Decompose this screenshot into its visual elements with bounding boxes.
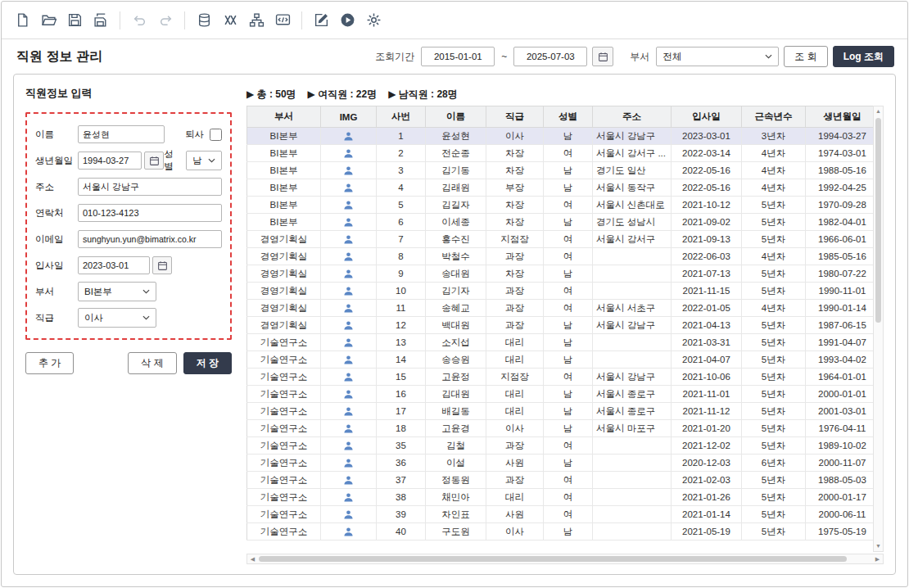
table-cell[interactable]: 2021-03-31: [672, 334, 742, 351]
table-cell[interactable]: 8: [377, 248, 426, 265]
table-cell[interactable]: 3: [377, 162, 426, 179]
dept-select[interactable]: BI본부: [78, 282, 156, 301]
hire-calendar-button[interactable]: [152, 256, 172, 274]
table-cell[interactable]: 2000-01-17: [806, 489, 880, 506]
person-icon[interactable]: [321, 283, 377, 300]
table-cell[interactable]: 대리: [486, 351, 544, 369]
table-cell[interactable]: 여: [544, 197, 593, 214]
table-row[interactable]: BI본부6이세종차장남경기도 성남시2021-09-025년차1982-04-0…: [247, 214, 880, 231]
contact-field[interactable]: [78, 204, 222, 222]
table-cell[interactable]: 기술연구소: [247, 472, 321, 489]
table-cell[interactable]: 남: [544, 386, 593, 403]
person-icon[interactable]: [321, 420, 377, 437]
table-cell[interactable]: 남: [544, 162, 593, 179]
table-cell[interactable]: 5년차: [742, 386, 806, 403]
log-search-button[interactable]: Log 조회: [833, 46, 894, 67]
table-row[interactable]: 기술연구소40구도원이사남2021-05-195년차1975-05-19: [247, 523, 880, 541]
table-cell[interactable]: 5년차: [742, 369, 806, 386]
table-cell[interactable]: 과장: [486, 283, 544, 300]
table-cell[interactable]: 김래원: [426, 179, 486, 197]
table-cell[interactable]: 여: [544, 300, 593, 317]
table-cell[interactable]: 차장: [486, 265, 544, 283]
column-header[interactable]: IMG: [321, 106, 377, 128]
person-icon[interactable]: [321, 265, 377, 283]
person-icon[interactable]: [321, 248, 377, 265]
add-button[interactable]: 추 가: [25, 352, 74, 374]
table-cell[interactable]: 5년차: [742, 197, 806, 214]
table-cell[interactable]: 2021-01-26: [672, 489, 742, 506]
table-cell[interactable]: 13: [377, 334, 426, 351]
table-cell[interactable]: 서울시 강서구: [593, 231, 672, 248]
table-cell[interactable]: BI본부: [247, 145, 321, 162]
table-cell[interactable]: 여: [544, 369, 593, 386]
birth-field[interactable]: [78, 152, 142, 170]
hierarchy-icon[interactable]: [244, 8, 269, 33]
table-cell[interactable]: 이사: [486, 420, 544, 437]
table-cell[interactable]: 2021-11-15: [672, 283, 742, 300]
table-cell[interactable]: 경영기획실: [247, 300, 321, 317]
table-row[interactable]: BI본부1윤성현이사남서울시 강남구2023-03-013년차1994-03-2…: [247, 128, 880, 145]
table-cell[interactable]: 서울시 마포구: [593, 420, 672, 437]
scroll-left-arrow[interactable]: ◀: [247, 554, 258, 563]
table-cell[interactable]: 6년차: [742, 455, 806, 472]
table-cell[interactable]: 기술연구소: [247, 455, 321, 472]
table-cell[interactable]: 여: [544, 248, 593, 265]
table-cell[interactable]: 2000-06-11: [806, 506, 880, 523]
save-button[interactable]: 저 장: [183, 352, 232, 374]
table-cell[interactable]: 서울시 신촌대로: [593, 197, 672, 214]
table-row[interactable]: 경영기획실8박철수과장여2022-06-034년차1985-05-16: [247, 248, 880, 265]
person-icon[interactable]: [321, 351, 377, 369]
open-folder-icon[interactable]: [36, 8, 61, 33]
table-row[interactable]: 경영기획실10김기자과장여2021-11-155년차1990-11-01: [247, 283, 880, 300]
table-row[interactable]: 기술연구소15고윤정지점장여서울시 강남구2021-10-065년차1964-0…: [247, 369, 880, 386]
table-cell[interactable]: [593, 351, 672, 369]
table-cell[interactable]: 1988-05-03: [806, 472, 880, 489]
table-cell[interactable]: [593, 283, 672, 300]
table-cell[interactable]: 고윤정: [426, 369, 486, 386]
table-cell[interactable]: 5년차: [742, 265, 806, 283]
table-cell[interactable]: 2021-01-20: [672, 420, 742, 437]
table-cell[interactable]: BI본부: [247, 162, 321, 179]
table-cell[interactable]: 2021-01-14: [672, 506, 742, 523]
table-row[interactable]: 기술연구소37정동원과장여2021-02-035년차1988-05-03: [247, 472, 880, 489]
table-cell[interactable]: 5년차: [742, 523, 806, 541]
table-cell[interactable]: 지점장: [486, 231, 544, 248]
table-cell[interactable]: 4년차: [742, 145, 806, 162]
table-cell[interactable]: 경영기획실: [247, 248, 321, 265]
table-cell[interactable]: 기술연구소: [247, 489, 321, 506]
table-row[interactable]: 기술연구소17배길동대리남서울시 종로구2021-11-125년차2001-03…: [247, 403, 880, 420]
table-cell[interactable]: 차장: [486, 162, 544, 179]
column-header[interactable]: 이름: [426, 106, 486, 128]
table-cell[interactable]: 4년차: [742, 162, 806, 179]
table-cell[interactable]: 소지섭: [426, 334, 486, 351]
table-cell[interactable]: 기술연구소: [247, 506, 321, 523]
scroll-up-arrow[interactable]: ▲: [874, 106, 883, 116]
table-cell[interactable]: 기술연구소: [247, 334, 321, 351]
table-cell[interactable]: 1976-04-11: [806, 420, 880, 437]
table-cell[interactable]: 5년차: [742, 317, 806, 334]
table-cell[interactable]: 경기도 일산: [593, 162, 672, 179]
table-cell[interactable]: 여: [544, 437, 593, 455]
table-cell[interactable]: 대리: [486, 489, 544, 506]
person-icon[interactable]: [321, 197, 377, 214]
table-cell[interactable]: 차인표: [426, 506, 486, 523]
table-cell[interactable]: 1985-05-16: [806, 248, 880, 265]
table-cell[interactable]: 송승원: [426, 351, 486, 369]
table-cell[interactable]: 7: [377, 231, 426, 248]
table-row[interactable]: 기술연구소16김대원대리남서울시 종로구2021-11-015년차2000-01…: [247, 386, 880, 403]
settings-icon[interactable]: [361, 8, 386, 33]
table-cell[interactable]: 과장: [486, 248, 544, 265]
table-row[interactable]: 경영기획실11송혜교과장여서울시 서초구2022-01-054년차1990-01…: [247, 300, 880, 317]
table-cell[interactable]: 2021-12-02: [672, 437, 742, 455]
table-cell[interactable]: 18: [377, 420, 426, 437]
table-cell[interactable]: 2021-05-19: [672, 523, 742, 541]
table-cell[interactable]: 3년차: [742, 128, 806, 145]
table-cell[interactable]: 37: [377, 472, 426, 489]
table-cell[interactable]: 5년차: [742, 231, 806, 248]
table-cell[interactable]: 5년차: [742, 506, 806, 523]
table-cell[interactable]: 채민아: [426, 489, 486, 506]
dept-filter-select[interactable]: 전체: [656, 47, 779, 66]
table-row[interactable]: 기술연구소18고윤경이사남서울시 마포구2021-01-205년차1976-04…: [247, 420, 880, 437]
table-cell[interactable]: 2021-04-13: [672, 317, 742, 334]
table-cell[interactable]: 1966-06-01: [806, 231, 880, 248]
